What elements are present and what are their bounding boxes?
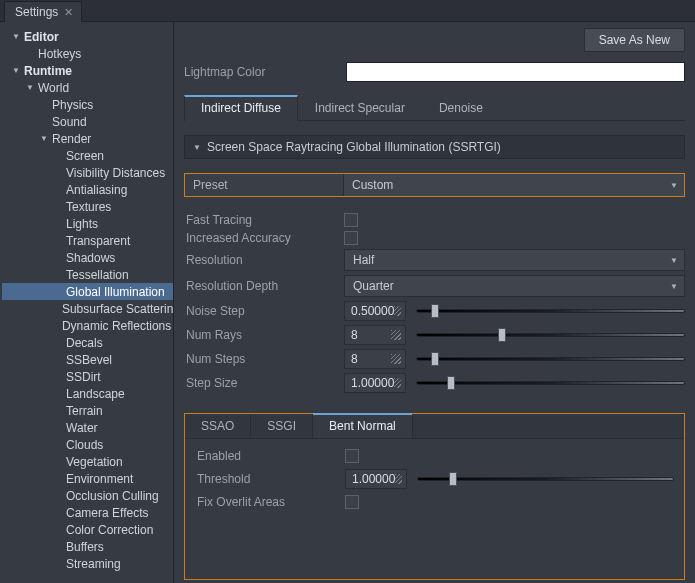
tree-item[interactable]: ▼Physics	[2, 96, 173, 113]
tree-item[interactable]: ▼Occlusion Culling	[2, 487, 173, 504]
tree-item-label: Camera Effects	[64, 506, 148, 520]
chevron-down-icon[interactable]: ▼	[10, 32, 22, 41]
tree-item[interactable]: ▼Decals	[2, 334, 173, 351]
slider-num-steps[interactable]	[416, 351, 685, 367]
tree-item[interactable]: ▼Terrain	[2, 402, 173, 419]
drag-grip-icon[interactable]	[395, 474, 402, 484]
tree-item[interactable]: ▼Textures	[2, 198, 173, 215]
value-step-size: 1.00000	[351, 376, 394, 390]
tree-item[interactable]: ▼Editor	[2, 28, 173, 45]
tree-item-label: Occlusion Culling	[64, 489, 159, 503]
tab-indirect-diffuse[interactable]: Indirect Diffuse	[184, 95, 298, 121]
tree-item[interactable]: ▼Lights	[2, 215, 173, 232]
tree-item[interactable]: ▼World	[2, 79, 173, 96]
chevron-down-icon[interactable]: ▼	[38, 134, 50, 143]
tab-denoise[interactable]: Denoise	[422, 95, 500, 121]
tree-item-label: Streaming	[64, 557, 121, 571]
dropdown-resolution[interactable]: Half ▼	[344, 249, 685, 271]
tab-indirect-specular[interactable]: Indirect Specular	[298, 95, 422, 121]
tree-item[interactable]: ▼Render	[2, 130, 173, 147]
dropdown-resolution-depth[interactable]: Quarter ▼	[344, 275, 685, 297]
tree-item-label: Visibility Distances	[64, 166, 165, 180]
tree-item[interactable]: ▼Transparent	[2, 232, 173, 249]
chevron-down-icon[interactable]: ▼	[24, 83, 36, 92]
slider-noise-step[interactable]	[416, 303, 685, 319]
settings-tree: ▼Editor▼Hotkeys▼Runtime▼World▼Physics▼So…	[2, 28, 173, 572]
slider-thumb[interactable]	[498, 328, 506, 342]
close-icon[interactable]: ✕	[64, 7, 73, 18]
slider-bn-threshold[interactable]	[417, 471, 674, 487]
tree-item-label: Antialiasing	[64, 183, 127, 197]
input-bn-threshold[interactable]: 1.00000	[345, 469, 407, 489]
tree-item-label: Terrain	[64, 404, 103, 418]
tree-item-label: Runtime	[22, 64, 72, 78]
gi-tabs: Indirect Diffuse Indirect Specular Denoi…	[184, 94, 685, 121]
subtab-bent-normal[interactable]: Bent Normal	[313, 413, 413, 438]
drag-grip-icon[interactable]	[391, 354, 401, 364]
tree-item[interactable]: ▼Antialiasing	[2, 181, 173, 198]
lightmap-color-swatch[interactable]	[346, 62, 685, 82]
tree-item-label: Editor	[22, 30, 59, 44]
input-step-size[interactable]: 1.00000	[344, 373, 406, 393]
tree-item[interactable]: ▼Color Correction	[2, 521, 173, 538]
tree-item[interactable]: ▼Subsurface Scattering	[2, 300, 173, 317]
value-noise-step: 0.50000	[351, 304, 394, 318]
tree-item[interactable]: ▼Streaming	[2, 555, 173, 572]
slider-thumb[interactable]	[431, 304, 439, 318]
tree-item[interactable]: ▼SSBevel	[2, 351, 173, 368]
input-num-steps[interactable]: 8	[344, 349, 406, 369]
tree-item[interactable]: ▼Environment	[2, 470, 173, 487]
chevron-down-icon[interactable]: ▼	[10, 66, 22, 75]
subtab-ssao[interactable]: SSAO	[185, 414, 251, 438]
preset-dropdown[interactable]: Custom ▼	[343, 174, 684, 196]
label-increased-accuracy: Increased Accuracy	[184, 231, 342, 245]
tree-item-label: SSDirt	[64, 370, 101, 384]
input-noise-step[interactable]: 0.50000	[344, 301, 406, 321]
checkbox-fast-tracing[interactable]	[344, 213, 358, 227]
value-num-rays: 8	[351, 328, 358, 342]
slider-track	[416, 357, 685, 361]
tree-item[interactable]: ▼SSDirt	[2, 368, 173, 385]
drag-grip-icon[interactable]	[391, 330, 401, 340]
tree-item[interactable]: ▼Global Illumination	[2, 283, 173, 300]
drag-grip-icon[interactable]	[394, 378, 401, 388]
tree-item[interactable]: ▼Clouds	[2, 436, 173, 453]
section-header-ssrtgi[interactable]: ▼ Screen Space Raytracing Global Illumin…	[184, 135, 685, 159]
checkbox-bn-fix-overlit[interactable]	[345, 495, 359, 509]
slider-thumb[interactable]	[447, 376, 455, 390]
tree-item[interactable]: ▼Tessellation	[2, 266, 173, 283]
save-as-new-button[interactable]: Save As New	[584, 28, 685, 52]
tree-item[interactable]: ▼Water	[2, 419, 173, 436]
subtab-ssgi[interactable]: SSGI	[251, 414, 313, 438]
slider-num-rays[interactable]	[416, 327, 685, 343]
slider-thumb[interactable]	[449, 472, 457, 486]
checkbox-increased-accuracy[interactable]	[344, 231, 358, 245]
slider-step-size[interactable]	[416, 375, 685, 391]
drag-grip-icon[interactable]	[394, 306, 401, 316]
tree-item[interactable]: ▼Vegetation	[2, 453, 173, 470]
tree-item-label: Hotkeys	[36, 47, 81, 61]
tree-item[interactable]: ▼Sound	[2, 113, 173, 130]
tree-item[interactable]: ▼Visibility Distances	[2, 164, 173, 181]
preset-row: Preset Custom ▼	[184, 173, 685, 197]
tree-item[interactable]: ▼Shadows	[2, 249, 173, 266]
label-resolution-depth: Resolution Depth	[184, 279, 342, 293]
tree-item-label: Textures	[64, 200, 111, 214]
chevron-down-icon: ▼	[670, 256, 678, 265]
value-resolution: Half	[353, 253, 374, 267]
tree-item-label: Landscape	[64, 387, 125, 401]
tree-item[interactable]: ▼Dynamic Reflections	[2, 317, 173, 334]
tree-item[interactable]: ▼Hotkeys	[2, 45, 173, 62]
sidebar: ▼Editor▼Hotkeys▼Runtime▼World▼Physics▼So…	[0, 22, 174, 583]
slider-thumb[interactable]	[431, 352, 439, 366]
window-tab-settings[interactable]: Settings ✕	[4, 1, 82, 22]
tree-item[interactable]: ▼Screen	[2, 147, 173, 164]
checkbox-bn-enabled[interactable]	[345, 449, 359, 463]
tree-item[interactable]: ▼Camera Effects	[2, 504, 173, 521]
content-area: Save As New Lightmap Color Indirect Diff…	[174, 22, 695, 583]
tree-item[interactable]: ▼Landscape	[2, 385, 173, 402]
label-bn-fix-overlit: Fix Overlit Areas	[195, 495, 343, 509]
tree-item[interactable]: ▼Buffers	[2, 538, 173, 555]
tree-item[interactable]: ▼Runtime	[2, 62, 173, 79]
input-num-rays[interactable]: 8	[344, 325, 406, 345]
